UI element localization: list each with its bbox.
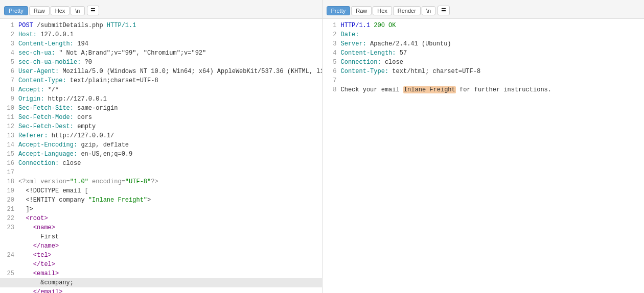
- request-toolbar: Pretty Raw Hex \n ☰: [4, 6, 318, 15]
- tab-newline-response[interactable]: \n: [422, 6, 435, 15]
- line-number: 14: [2, 140, 14, 150]
- line-number: 21: [2, 205, 14, 214]
- request-line: 15Accept-Language: en-US,en;q=0.9: [0, 150, 322, 159]
- line-content: Date:: [341, 30, 642, 39]
- line-number: 1: [325, 21, 337, 30]
- line-content: Accept: */*: [18, 85, 320, 94]
- request-header: Pretty Raw Hex \n ☰: [0, 0, 322, 19]
- line-content: Server: Apache/2.4.41 (Ubuntu): [341, 39, 642, 48]
- tab-raw-request[interactable]: Raw: [29, 6, 50, 15]
- request-content: 1POST /submitDetails.php HTTP/1.12Host: …: [0, 19, 322, 293]
- line-number: 1: [2, 21, 14, 30]
- menu-button-request[interactable]: ☰: [87, 6, 99, 15]
- line-number: 7: [325, 76, 337, 85]
- response-line: 6Content-Type: text/html; charset=UTF-8: [323, 67, 645, 76]
- response-line: 1HTTP/1.1 200 OK: [323, 21, 645, 30]
- tab-hex-request[interactable]: Hex: [51, 6, 70, 15]
- line-content: Sec-Fetch-Site: same-origin: [18, 104, 320, 113]
- request-line: First: [0, 232, 322, 241]
- request-line: 8Accept: */*: [0, 85, 322, 94]
- request-line: 20 <!ENTITY company "Inlane Freight">: [0, 196, 322, 205]
- line-content: </tel>: [18, 260, 320, 269]
- line-number: 22: [2, 214, 14, 223]
- request-line: 11Sec-Fetch-Mode: cors: [0, 113, 322, 122]
- line-content: Connection: close: [341, 58, 642, 67]
- response-header: Pretty Raw Hex Render \n ☰: [323, 0, 645, 19]
- request-line: 3Content-Length: 194: [0, 39, 322, 48]
- line-number: 19: [2, 186, 14, 196]
- line-content: Content-Type: text/plain;charset=UTF-8: [18, 76, 320, 85]
- response-line: 2Date:: [323, 30, 645, 39]
- line-number: 16: [2, 159, 14, 168]
- request-line: 4sec-ch-ua: " Not A;Brand";v="99", "Chro…: [0, 48, 322, 58]
- tab-render-response[interactable]: Render: [393, 6, 421, 15]
- request-line: 22 <root>: [0, 214, 322, 223]
- request-line: 12Sec-Fetch-Dest: empty: [0, 122, 322, 131]
- line-number: 6: [325, 67, 337, 76]
- request-line: &company;: [0, 278, 322, 287]
- line-content: User-Agent: Mozilla/5.0 (Windows NT 10.0…: [18, 67, 322, 76]
- line-number: 10: [2, 104, 14, 113]
- line-number: 20: [2, 196, 14, 205]
- request-panel: Pretty Raw Hex \n ☰ 1POST /submitDetails…: [0, 0, 323, 293]
- line-content: <name>: [18, 223, 320, 232]
- line-number: 2: [2, 30, 14, 39]
- request-line: 2Host: 127.0.0.1: [0, 30, 322, 39]
- line-number: 8: [2, 85, 14, 94]
- line-number: 13: [2, 131, 14, 140]
- line-number: 6: [2, 67, 14, 76]
- line-content: sec-ch-ua-mobile: ?0: [18, 58, 320, 67]
- response-toolbar: Pretty Raw Hex Render \n ☰: [327, 6, 640, 15]
- line-number: 5: [2, 58, 14, 67]
- request-line: 5sec-ch-ua-mobile: ?0: [0, 58, 322, 67]
- request-line: 18<?xml version="1.0" encoding="UTF-8"?>: [0, 177, 322, 186]
- line-content: Content-Length: 57: [341, 48, 642, 58]
- line-content: <email>: [18, 269, 320, 278]
- line-number: 4: [2, 48, 14, 58]
- line-number: 9: [2, 94, 14, 104]
- line-number: 5: [325, 58, 337, 67]
- request-line: </email>: [0, 287, 322, 293]
- line-number: 18: [2, 177, 14, 186]
- line-number: 25: [2, 269, 14, 278]
- line-content: Referer: http://127.0.0.1/: [18, 131, 320, 140]
- request-line: 9Origin: http://127.0.0.1: [0, 94, 322, 104]
- line-number: 7: [2, 76, 14, 85]
- request-line: 1POST /submitDetails.php HTTP/1.1: [0, 21, 322, 30]
- line-content: Origin: http://127.0.0.1: [18, 94, 320, 104]
- tab-newline-request[interactable]: \n: [71, 6, 84, 15]
- request-line: 23 <name>: [0, 223, 322, 232]
- line-content: Check your email Inlane Freight for furt…: [341, 85, 642, 94]
- request-line: 24 <tel>: [0, 251, 322, 260]
- tab-pretty-response[interactable]: Pretty: [327, 6, 351, 15]
- line-number: 8: [325, 85, 337, 94]
- request-line: 10Sec-Fetch-Site: same-origin: [0, 104, 322, 113]
- line-content: <tel>: [18, 251, 320, 260]
- line-content: </email>: [18, 287, 320, 293]
- tab-pretty-request[interactable]: Pretty: [4, 6, 28, 15]
- line-number: 3: [325, 39, 337, 48]
- request-line: 7Content-Type: text/plain;charset=UTF-8: [0, 76, 322, 85]
- line-number: 3: [2, 39, 14, 48]
- line-content: Accept-Language: en-US,en;q=0.9: [18, 150, 320, 159]
- line-content: &company;: [18, 278, 320, 287]
- request-line: 14Accept-Encoding: gzip, deflate: [0, 140, 322, 150]
- response-line: 3Server: Apache/2.4.41 (Ubuntu): [323, 39, 645, 48]
- tab-raw-response[interactable]: Raw: [351, 6, 372, 15]
- line-content: <root>: [18, 214, 320, 223]
- request-line: </tel>: [0, 260, 322, 269]
- line-number: 15: [2, 150, 14, 159]
- line-number: 23: [2, 223, 14, 232]
- line-content: <!ENTITY company "Inlane Freight">: [18, 196, 320, 205]
- line-number: 12: [2, 122, 14, 131]
- request-line: 13Referer: http://127.0.0.1/: [0, 131, 322, 140]
- response-panel: Pretty Raw Hex Render \n ☰ 1HTTP/1.1 200…: [323, 0, 645, 293]
- response-line: 8Check your email Inlane Freight for fur…: [323, 85, 645, 94]
- menu-button-response[interactable]: ☰: [438, 6, 450, 15]
- request-line: 21 ]>: [0, 205, 322, 214]
- line-content: Content-Length: 194: [18, 39, 320, 48]
- request-line: 16Connection: close: [0, 159, 322, 168]
- line-content: </name>: [18, 241, 320, 251]
- tab-hex-response[interactable]: Hex: [373, 6, 392, 15]
- request-line: 17: [0, 168, 322, 177]
